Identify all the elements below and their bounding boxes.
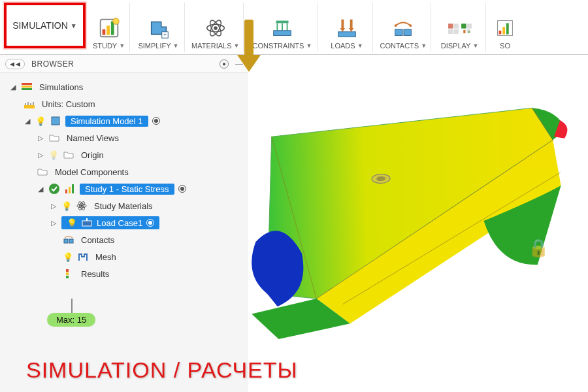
svg-rect-40 xyxy=(22,88,32,90)
svg-rect-58 xyxy=(69,239,73,243)
svg-marker-19 xyxy=(340,28,346,32)
lightbulb-icon[interactable]: 💡 xyxy=(63,252,73,262)
ribbon-toolbar: SIMULATION ▼ STUDY▼ + SIMPLIFY▼ MATERIAL… xyxy=(0,0,588,55)
svg-rect-31 xyxy=(466,24,471,29)
svg-rect-46 xyxy=(52,117,59,125)
svg-rect-28 xyxy=(448,29,453,34)
svg-rect-33 xyxy=(463,30,465,33)
contacts-icon xyxy=(391,16,416,41)
tool-label: CONSTRAINTS xyxy=(253,42,304,50)
contacts-icon xyxy=(63,234,74,246)
svg-rect-25 xyxy=(404,29,411,36)
chevron-down-icon: ▼ xyxy=(234,42,240,49)
tool-label: STUDY xyxy=(93,42,117,50)
simulation-set-icon xyxy=(21,81,33,93)
svg-rect-36 xyxy=(502,27,505,34)
svg-rect-30 xyxy=(461,24,466,29)
tree-label: Units: Custom xyxy=(39,99,98,110)
lightbulb-icon[interactable]: 💡 xyxy=(67,218,77,228)
browser-header: ◀ ◀ BROWSER ● — xyxy=(0,55,248,73)
tree-label: Contacts xyxy=(78,235,117,246)
svg-point-47 xyxy=(49,184,59,194)
check-icon xyxy=(48,183,60,195)
study-icon xyxy=(97,16,122,41)
svg-rect-12 xyxy=(276,21,288,24)
tree-label: Simulation Model 1 xyxy=(65,116,148,127)
tree-label: Origin xyxy=(78,150,106,161)
folder-icon xyxy=(48,132,60,144)
svg-rect-29 xyxy=(453,29,458,34)
tool-study[interactable]: STUDY▼ xyxy=(88,3,130,52)
results-icon xyxy=(63,268,74,280)
svg-rect-39 xyxy=(22,86,32,88)
tool-label: DISPLAY xyxy=(441,42,471,50)
loads-icon xyxy=(335,16,359,41)
tool-loads[interactable]: LOADS▼ xyxy=(321,3,373,52)
chevron-down-icon: ▼ xyxy=(119,42,125,49)
svg-rect-55 xyxy=(82,221,91,226)
caret-down-icon[interactable]: ◢ xyxy=(9,83,17,91)
tool-label: SIMPLIFY xyxy=(138,42,171,50)
browser-title: BROWSER xyxy=(31,59,220,69)
lightbulb-icon[interactable]: 💡 xyxy=(61,201,72,211)
tree-label: Results xyxy=(78,269,112,280)
3d-viewport[interactable]: Min: 0.2236 xyxy=(248,55,588,392)
caret-right-icon[interactable]: ▷ xyxy=(37,134,44,142)
fea-model[interactable] xyxy=(139,67,588,363)
svg-text:+: + xyxy=(163,31,167,38)
svg-rect-41 xyxy=(24,105,35,108)
tool-display[interactable]: DISPLAY▼ xyxy=(434,3,486,52)
svg-rect-26 xyxy=(448,24,453,29)
chevron-left-icon: ◀ xyxy=(10,61,14,67)
chevron-down-icon: ▼ xyxy=(306,42,312,49)
folder-icon xyxy=(37,166,48,178)
tool-label: LOADS xyxy=(331,42,355,50)
svg-point-22 xyxy=(395,24,397,27)
tool-solve[interactable]: SO xyxy=(489,3,521,52)
caret-down-icon[interactable]: ◢ xyxy=(37,185,44,193)
tool-label: CONTACTS xyxy=(380,42,419,50)
tool-contacts[interactable]: CONTACTS▼ xyxy=(376,3,431,52)
tool-simplify[interactable]: + SIMPLIFY▼ xyxy=(133,3,185,52)
tool-materials[interactable]: MATERIALS▼ xyxy=(188,3,244,52)
chevron-down-icon: ▼ xyxy=(472,42,478,49)
tree-label: Model Components xyxy=(52,167,131,178)
workspace-label: SIMULATION xyxy=(12,20,68,31)
constraints-icon xyxy=(270,16,295,41)
tool-constraints[interactable]: CONSTRAINTS▼ xyxy=(246,3,318,52)
solve-icon xyxy=(493,16,517,41)
caret-right-icon[interactable]: ▷ xyxy=(50,219,57,227)
svg-rect-59 xyxy=(66,269,69,272)
svg-rect-27 xyxy=(453,24,458,29)
svg-rect-18 xyxy=(341,20,344,28)
caret-right-icon[interactable]: ▷ xyxy=(37,151,44,159)
loadcase-icon xyxy=(81,217,93,229)
tree-label: Simulations xyxy=(37,82,86,93)
tool-label: SO xyxy=(500,42,510,50)
svg-rect-57 xyxy=(64,239,68,243)
caret-down-icon[interactable]: ◢ xyxy=(24,117,31,125)
atom-icon xyxy=(76,200,88,212)
tree-label: Named Views xyxy=(64,133,122,144)
caret-right-icon[interactable]: ▷ xyxy=(50,202,57,210)
browser-collapse-toggle[interactable]: ◀ ◀ xyxy=(5,59,25,69)
workspace-switcher[interactable]: SIMULATION ▼ xyxy=(4,3,86,48)
page-caption: SIMULATION / РАСЧЕТЫ xyxy=(26,357,298,383)
lightbulb-off-icon[interactable]: 💡 xyxy=(48,150,59,160)
display-icon xyxy=(448,16,472,41)
svg-rect-16 xyxy=(274,31,291,36)
svg-rect-49 xyxy=(69,187,71,193)
svg-rect-61 xyxy=(66,276,69,278)
chevron-down-icon: ▼ xyxy=(173,42,179,49)
svg-rect-37 xyxy=(506,23,509,34)
mesh-icon xyxy=(77,251,89,263)
lightbulb-icon[interactable]: 💡 xyxy=(35,116,46,126)
chevron-down-icon: ▼ xyxy=(421,42,427,49)
svg-point-23 xyxy=(410,24,412,27)
svg-rect-48 xyxy=(65,189,67,193)
chevron-down-icon: ▼ xyxy=(71,22,77,29)
browser-options[interactable]: ● xyxy=(220,59,229,69)
chevron-left-icon: ◀ xyxy=(16,61,20,67)
units-icon xyxy=(24,98,35,110)
svg-rect-60 xyxy=(66,272,69,275)
